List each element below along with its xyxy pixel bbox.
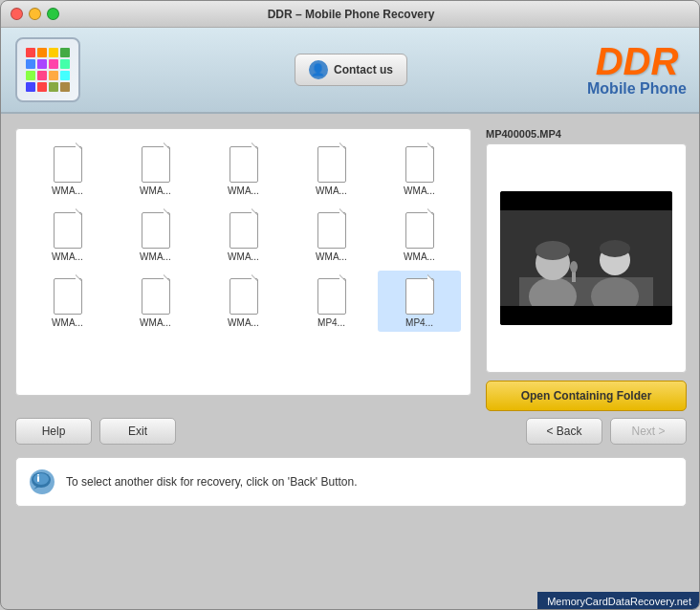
app-logo	[15, 37, 80, 102]
logo-cell	[26, 48, 35, 57]
preview-filename: MP400005.MP4	[486, 128, 687, 140]
back-button[interactable]: < Back	[526, 418, 602, 445]
file-icon	[403, 142, 437, 183]
file-grid-container[interactable]: WMA... WMA... WMA... WMA...	[15, 128, 471, 396]
file-icon-corner-fill	[164, 275, 169, 281]
file-icon-body	[405, 278, 434, 315]
file-item[interactable]: WMA...	[202, 139, 285, 200]
file-item[interactable]: WMA...	[114, 271, 197, 332]
file-grid: WMA... WMA... WMA... WMA...	[26, 139, 461, 332]
close-button[interactable]	[11, 8, 23, 20]
logo-grid	[26, 48, 70, 92]
open-containing-folder-button[interactable]: Open Containing Folder	[486, 381, 687, 411]
file-icon-body	[142, 146, 170, 183]
logo-cell	[37, 59, 47, 69]
file-icon	[51, 208, 85, 249]
file-item[interactable]: WMA...	[26, 271, 109, 332]
file-item[interactable]: WMA...	[378, 205, 461, 266]
minimize-button[interactable]	[29, 8, 41, 20]
file-icon-corner-fill	[427, 275, 433, 281]
svg-rect-16	[37, 476, 39, 482]
file-item[interactable]: WMA...	[202, 271, 285, 332]
file-icon-body	[54, 278, 82, 315]
contact-label: Contact us	[334, 63, 393, 76]
file-item[interactable]: MP4...	[378, 271, 461, 332]
footer: MemoryCardDataRecovery.net	[537, 592, 700, 610]
file-label: WMA...	[52, 251, 83, 262]
logo-cell	[37, 71, 47, 80]
file-item[interactable]: WMA...	[202, 205, 285, 266]
file-icon-body	[54, 146, 82, 183]
file-icon-body	[230, 278, 258, 315]
file-icon-corner-fill	[76, 143, 81, 149]
file-label: WMA...	[228, 317, 259, 328]
file-label: WMA...	[52, 185, 83, 196]
svg-point-15	[33, 473, 49, 485]
nav-left: Help Exit	[15, 418, 176, 445]
file-icon	[139, 142, 173, 183]
logo-cell	[26, 82, 35, 92]
file-icon-corner-fill	[164, 143, 169, 149]
file-item[interactable]: WMA...	[378, 139, 461, 200]
file-icon-body	[142, 278, 170, 315]
preview-image	[500, 191, 672, 325]
file-item[interactable]: MP4...	[290, 271, 373, 332]
exit-button[interactable]: Exit	[99, 418, 176, 445]
file-label: MP4...	[405, 317, 433, 328]
preview-panel: MP400005.MP4	[486, 128, 687, 396]
file-icon	[315, 142, 349, 183]
file-item[interactable]: WMA...	[290, 139, 373, 200]
logo-cell	[60, 82, 70, 92]
file-icon-body	[317, 212, 346, 249]
contact-button[interactable]: 👤 Contact us	[295, 54, 407, 86]
next-button[interactable]: Next >	[610, 418, 687, 445]
footer-text: MemoryCardDataRecovery.net	[547, 596, 691, 607]
svg-rect-12	[500, 191, 672, 210]
file-label: WMA...	[228, 251, 259, 262]
logo-cell	[37, 82, 47, 92]
window-title: DDR – Mobile Phone Recovery	[268, 8, 435, 21]
logo-cell	[26, 59, 35, 69]
info-message: To select another disk for recovery, cli…	[66, 475, 358, 489]
file-label: WMA...	[140, 317, 171, 328]
logo-cell	[49, 82, 58, 92]
info-bar: To select another disk for recovery, cli…	[15, 457, 687, 507]
window-controls	[11, 8, 59, 20]
svg-point-8	[600, 240, 630, 257]
file-icon	[227, 274, 261, 315]
file-item[interactable]: WMA...	[26, 139, 109, 200]
ddr-title: DDR	[587, 42, 687, 80]
file-icon-body	[317, 278, 346, 315]
file-icon-body	[230, 212, 258, 249]
file-icon-body	[230, 146, 258, 183]
logo-cell	[26, 71, 35, 80]
file-label: WMA...	[140, 185, 171, 196]
file-label: WMA...	[404, 251, 435, 262]
file-icon-corner-fill	[339, 143, 345, 149]
svg-point-10	[570, 261, 578, 272]
ddr-subtitle: Mobile Phone	[587, 80, 687, 98]
ddr-logo: DDR Mobile Phone	[587, 42, 687, 98]
file-label: WMA...	[316, 251, 347, 262]
file-icon-corner-fill	[252, 143, 257, 149]
svg-rect-11	[500, 306, 672, 325]
file-icon-corner-fill	[427, 209, 433, 215]
file-item[interactable]: WMA...	[114, 139, 197, 200]
preview-box	[486, 143, 687, 373]
file-label: WMA...	[316, 185, 347, 196]
file-icon-corner-fill	[164, 209, 169, 215]
help-button[interactable]: Help	[15, 418, 92, 445]
file-label: WMA...	[52, 317, 83, 328]
svg-rect-17	[37, 474, 39, 476]
file-icon-body	[54, 212, 82, 249]
file-icon-corner-fill	[427, 143, 433, 149]
file-item[interactable]: WMA...	[290, 205, 373, 266]
file-item[interactable]: WMA...	[114, 205, 197, 266]
maximize-button[interactable]	[47, 8, 59, 20]
file-icon-body	[317, 146, 346, 183]
svg-point-5	[536, 241, 570, 260]
file-label: WMA...	[140, 251, 171, 262]
title-bar: DDR – Mobile Phone Recovery	[1, 1, 700, 28]
file-item[interactable]: WMA...	[26, 205, 109, 266]
logo-cell	[60, 48, 70, 57]
